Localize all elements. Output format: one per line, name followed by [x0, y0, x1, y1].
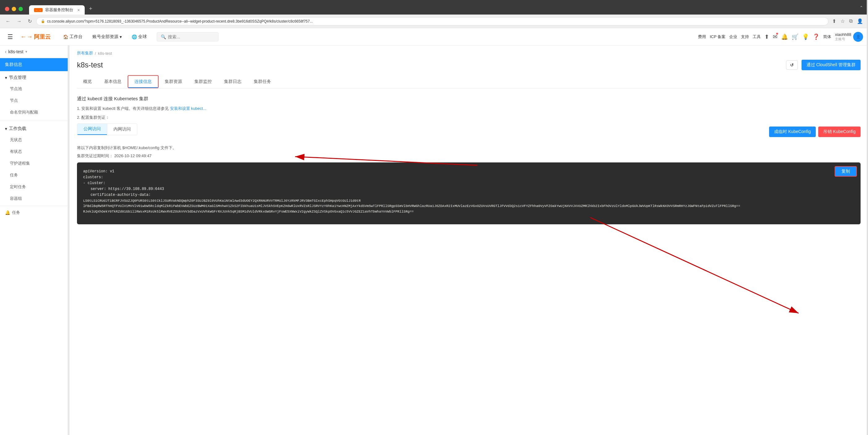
search-input[interactable]	[168, 34, 214, 39]
sidebar-item-cronjob[interactable]: 定时任务	[0, 181, 68, 193]
nav-forward-button[interactable]: →	[15, 17, 24, 25]
page-title: k8s-test	[77, 61, 103, 69]
window-close[interactable]	[5, 7, 9, 11]
new-tab-button[interactable]: +	[85, 3, 96, 14]
expiry-label: 集群凭证过期时间：	[77, 153, 113, 158]
cloudshell-button[interactable]: 通过 CloudShell 管理集群	[802, 60, 861, 70]
tab-monitoring[interactable]: 集群监控	[188, 75, 218, 88]
code-line-4: server: https://39.108.89.89:6443	[83, 186, 855, 192]
global-label: 全球	[138, 34, 147, 39]
code-long-3: RJeklUQXhOekY0TkRZd01Gb1llRWsxM1RsUk5lRW…	[83, 209, 855, 215]
user-avatar-icon[interactable]: 👤	[856, 17, 864, 25]
user-avatar[interactable]: 👤	[853, 32, 863, 42]
sidebar-item-job[interactable]: 任务	[0, 169, 68, 181]
sidebar-group-nodes-title[interactable]: ▾ 节点管理	[0, 72, 68, 83]
browser-tab-active[interactable]: ←→ 容器服务控制台 ×	[29, 5, 85, 14]
sidebar-item-namespace[interactable]: 命名空间与配额	[0, 107, 68, 118]
sidebar-group-workload-title[interactable]: ▾ 工作负载	[0, 123, 68, 134]
tab-tasks[interactable]: 集群任务	[248, 75, 277, 88]
nav-reload-button[interactable]: ↻	[26, 17, 34, 25]
bookmark-icon[interactable]: ☆	[839, 17, 846, 25]
sidebar-cluster-name: k8s-test	[8, 49, 24, 54]
sidebar-cluster-arrow[interactable]: ▾	[25, 50, 27, 54]
lock-icon: 🔒	[41, 19, 45, 23]
window-maximize[interactable]	[19, 7, 23, 11]
resources-label: 账号全部资源	[92, 34, 118, 39]
window-minimize[interactable]	[12, 7, 16, 11]
sidebar-item-stateful[interactable]: 有状态	[0, 146, 68, 157]
workbench-label: 工作台	[69, 34, 83, 39]
breadcrumb-all-clusters[interactable]: 所有集群	[77, 51, 93, 56]
sidebar-bottom-area: 🔔 任务	[0, 206, 68, 219]
bell-icon[interactable]: 🔔	[781, 33, 788, 40]
nav-back-button[interactable]: ←	[4, 17, 12, 25]
browser-window-expand[interactable]: ⌃	[860, 5, 863, 12]
home-icon: 🏠	[63, 34, 68, 39]
temp-kubeconfig-button[interactable]: 成临时 KubeConfig	[769, 126, 816, 137]
nav-workbench[interactable]: 🏠 工作台	[58, 28, 88, 46]
kubeconfig-actions: 成临时 KubeConfig 吊销 KubeConfig	[769, 126, 861, 137]
sidebar-item-daemonset[interactable]: 守护进程集	[0, 157, 68, 169]
nav-support[interactable]: 支持	[741, 34, 749, 39]
lang-switch[interactable]: 简体	[823, 34, 831, 39]
search-bar[interactable]: 🔍	[157, 32, 219, 41]
browser-tab-close[interactable]: ×	[77, 8, 80, 12]
code-line-1: apiVersion: v1	[83, 169, 855, 174]
breadcrumb-sep-1: /	[95, 51, 96, 56]
sidebar-divider-1	[0, 121, 68, 121]
code-line-5: certificate-authority-data:	[83, 192, 855, 198]
breadcrumb: 所有集群 / k8s-test	[69, 46, 868, 56]
bulb-icon[interactable]: 💡	[802, 33, 809, 40]
main-nav: 🏠 工作台 账号全部资源 ▾ 🌐 全球	[58, 28, 152, 46]
sidebar-item-nodepool[interactable]: 节点池	[0, 83, 68, 95]
sidebar-item-stateless[interactable]: 无状态	[0, 134, 68, 146]
toolbar-actions: ⬆ ☆ ⧉ 👤	[831, 17, 864, 25]
nav-global[interactable]: 🌐 全球	[127, 28, 152, 46]
step2-text: 2. 配置集群凭证：	[77, 114, 861, 121]
sidebar-item-pod[interactable]: 容器组	[0, 193, 68, 204]
sidebar-header[interactable]: ‹ k8s-test ▾	[0, 46, 68, 58]
config-description: 将以下内容复制到计算机 $HOME/.kube/config 文件下。	[77, 145, 861, 151]
tab-overview[interactable]: 概览	[77, 75, 98, 88]
copy-button[interactable]: 复制	[835, 166, 857, 177]
code-line-3: - cluster:	[83, 180, 855, 186]
address-bar[interactable]: 🔒 cs.console.aliyun.com/?spm=5176.128180…	[36, 17, 829, 25]
tab-logs[interactable]: 集群日志	[218, 75, 248, 88]
tab-connection[interactable]: 连接信息	[128, 75, 159, 88]
install-kubectl-link[interactable]: 安装和设置 kubect...	[170, 106, 207, 111]
refresh-button[interactable]: ↺	[786, 60, 798, 69]
subtab-public[interactable]: 公网访问	[77, 124, 107, 135]
user-info[interactable]: xiaohh88 主账号 👤	[835, 32, 863, 42]
sidebar: ‹ k8s-test ▾ 集群信息 ▾ 节点管理 节点池 节点 命名空间与配额 …	[0, 46, 68, 435]
breadcrumb-current: k8s-test	[98, 51, 112, 56]
main-layout: ‹ k8s-test ▾ 集群信息 ▾ 节点管理 节点池 节点 命名空间与配额 …	[0, 46, 868, 435]
tab-resources[interactable]: 集群资源	[159, 75, 188, 88]
hamburger-menu[interactable]: ☰	[5, 31, 16, 43]
nodes-label: 节点管理	[9, 75, 26, 81]
tab-basic-info[interactable]: 基本信息	[98, 75, 128, 88]
nav-tools[interactable]: 工具	[753, 34, 761, 39]
nav-right: 费用 ICP 备案 企业 支持 工具 ⬆ ✉ 🔔 🛒 💡 ❓ 简体 xiaohh…	[698, 32, 863, 42]
nav-resources[interactable]: 账号全部资源 ▾	[88, 28, 127, 46]
sidebar-task-label: 任务	[12, 210, 20, 215]
nav-enterprise[interactable]: 企业	[729, 34, 737, 39]
sidebar-back-icon[interactable]: ‹	[5, 49, 6, 54]
tab-favicon: ←→	[34, 8, 43, 12]
arrow-down-icon: ▾	[5, 75, 7, 80]
arrow-down-icon-2: ▾	[5, 126, 7, 131]
nav-fee[interactable]: 费用	[698, 34, 706, 39]
sidebar-toggle-icon[interactable]: ⧉	[848, 17, 854, 25]
sidebar-group-nodes: ▾ 节点管理 节点池 节点 命名空间与配额	[0, 71, 68, 119]
subtab-internal[interactable]: 内网访问	[107, 124, 137, 135]
sidebar-item-node[interactable]: 节点	[0, 95, 68, 107]
sidebar-cluster-info[interactable]: 集群信息	[0, 58, 68, 71]
upload-icon[interactable]: ⬆	[765, 33, 769, 40]
nav-icp[interactable]: ICP 备案	[710, 34, 725, 39]
mail-icon[interactable]: ✉	[773, 33, 777, 40]
cart-icon[interactable]: 🛒	[792, 33, 799, 40]
share-icon[interactable]: ⬆	[831, 17, 837, 25]
sidebar-notification[interactable]: 🔔 任务	[0, 206, 68, 219]
revoke-kubeconfig-button[interactable]: 吊销 KubeConfig	[818, 126, 861, 137]
help-icon[interactable]: ❓	[813, 33, 819, 40]
logo[interactable]: ←→ 阿里云	[16, 33, 56, 40]
